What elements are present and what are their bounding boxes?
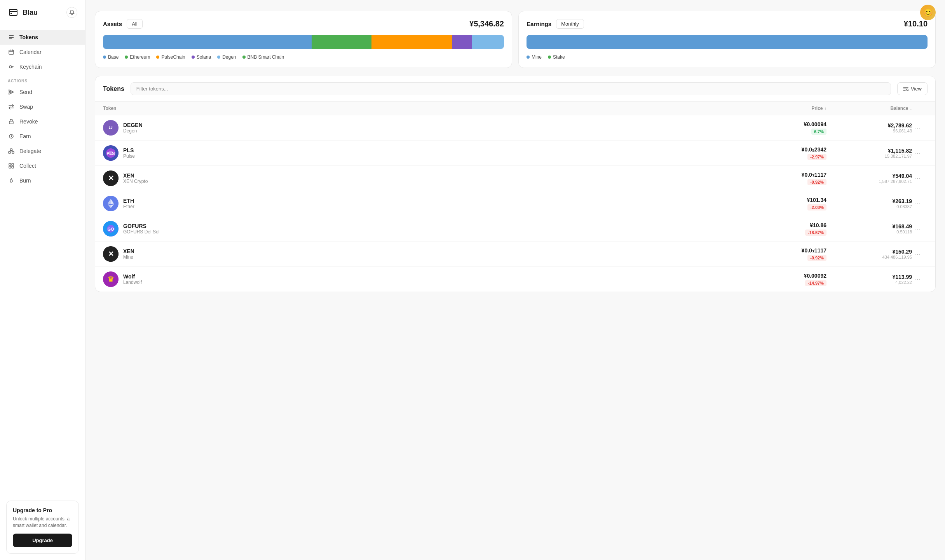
keychain-label: Keychain — [19, 64, 42, 70]
wolf-avatar: ♛ — [103, 271, 119, 287]
wolf-price: ¥0.00092 — [749, 273, 826, 279]
svg-rect-6 — [9, 50, 14, 54]
ethereum-segment — [312, 35, 372, 49]
sidebar-item-calendar[interactable]: Calendar — [0, 45, 85, 59]
wolf-change: -14.97% — [805, 280, 826, 286]
sidebar-item-keychain[interactable]: Keychain — [0, 59, 85, 74]
svg-rect-14 — [12, 151, 14, 153]
eth-balance-sub: 0.08387 — [826, 204, 912, 209]
view-button[interactable]: View — [897, 82, 928, 95]
mine-dot — [527, 56, 530, 59]
svg-rect-11 — [9, 121, 13, 124]
xen2-price: ¥0.0₇1117 — [749, 247, 826, 254]
gofurs-token-info: GO GOFURS GOFURS Del Sol — [103, 221, 749, 237]
sidebar-item-collect[interactable]: Collect — [0, 158, 85, 173]
svg-text:✕: ✕ — [108, 250, 114, 258]
tokens-section: Tokens View Token Price ↑ Balance ↓ — [95, 76, 936, 292]
bnb-dot — [242, 56, 246, 59]
gofurs-more-button[interactable]: ⋯ — [912, 223, 923, 234]
actions-section-label: ACTIONS — [0, 74, 85, 85]
sidebar-item-send[interactable]: Send — [0, 85, 85, 99]
view-icon — [903, 86, 908, 92]
sidebar-item-tokens[interactable]: Tokens — [0, 30, 85, 45]
pls-name: PLS — [123, 147, 135, 153]
upgrade-button[interactable]: Upgrade — [13, 534, 72, 547]
svg-text:♛: ♛ — [108, 275, 114, 283]
svg-rect-2 — [10, 13, 12, 14]
wolf-balance-cell: ¥113.99 4,022.22 — [826, 274, 912, 285]
wolf-sub: Landwolf — [123, 280, 142, 285]
sidebar-bottom: Upgrade to Pro Unlock multiple accounts,… — [0, 494, 85, 560]
assets-card-title: Assets — [103, 21, 122, 27]
earnings-card-header: Earnings Monthly ¥10.10 — [527, 19, 928, 29]
burn-label: Burn — [19, 177, 31, 184]
sidebar: Blau Tokens — [0, 0, 85, 560]
assets-filter-button[interactable]: All — [127, 19, 142, 29]
degen-more-button[interactable]: ⋯ — [912, 122, 923, 133]
base-label: Base — [108, 54, 119, 60]
solana-dot — [192, 56, 195, 59]
notification-bell[interactable] — [66, 7, 77, 18]
xen2-avatar: ✕ — [103, 246, 119, 262]
ethereum-label: Ethereum — [130, 54, 150, 60]
table-row: ETH Ether ¥101.34 -2.03% ¥263.19 0.08387… — [95, 191, 935, 216]
svg-rect-1 — [9, 11, 17, 12]
xen1-change: -0.92% — [807, 179, 826, 185]
sidebar-item-burn[interactable]: Burn — [0, 173, 85, 188]
svg-point-21 — [106, 123, 115, 132]
tokens-search-input[interactable] — [131, 82, 891, 95]
wolf-name: Wolf — [123, 273, 142, 280]
legend-bnb: BNB Smart Chain — [242, 54, 284, 60]
table-row: ✕ XEN XEN Crypto ¥0.0₇1117 -0.92% ¥549.0… — [95, 166, 935, 191]
earnings-card-title: Earnings — [527, 21, 551, 27]
table-row: ♛ Wolf Landwolf ¥0.00092 -14.97% ¥113.99… — [95, 267, 935, 292]
delegate-label: Delegate — [19, 148, 41, 154]
wolf-price-cell: ¥0.00092 -14.97% — [749, 273, 826, 286]
xen1-more-button[interactable]: ⋯ — [912, 173, 923, 184]
degen-change: 6.7% — [811, 129, 826, 135]
table-row: GO GOFURS GOFURS Del Sol ¥10.86 -18.57% … — [95, 216, 935, 242]
xen1-balance-sub: 1,587,287,902.71 — [826, 179, 912, 184]
swap-label: Swap — [19, 104, 33, 110]
upgrade-description: Unlock multiple accounts, a smart wallet… — [13, 516, 72, 529]
degen-balance: ¥2,789.62 — [826, 122, 912, 129]
degen-label: Degen — [222, 54, 236, 60]
xen2-token-info: ✕ XEN Mine — [103, 246, 749, 262]
xen1-price-cell: ¥0.0₇1117 -0.92% — [749, 172, 826, 185]
legend-mine: Mine — [527, 54, 542, 60]
sidebar-item-delegate[interactable]: Delegate — [0, 144, 85, 158]
earnings-filter-button[interactable]: Monthly — [556, 19, 584, 29]
eth-balance: ¥263.19 — [826, 198, 912, 204]
xen2-more-button[interactable]: ⋯ — [912, 249, 923, 259]
th-price[interactable]: Price ↑ — [749, 106, 826, 111]
th-balance[interactable]: Balance ↓ — [826, 106, 912, 111]
xen2-change: -0.92% — [807, 255, 826, 261]
sidebar-header: Blau — [0, 0, 85, 25]
wolf-balance: ¥113.99 — [826, 274, 912, 280]
xen2-sub: Mine — [123, 254, 134, 260]
svg-text:PLS: PLS — [106, 151, 115, 156]
svg-point-10 — [9, 66, 12, 68]
sidebar-item-swap[interactable]: Swap — [0, 99, 85, 114]
legend-ethereum: Ethereum — [125, 54, 150, 60]
sidebar-item-earn[interactable]: Earn — [0, 129, 85, 144]
table-row: ✕ XEN Mine ¥0.0₇1117 -0.92% ¥150.29 434,… — [95, 242, 935, 267]
base-dot — [103, 56, 106, 59]
bnb-label: BNB Smart Chain — [248, 54, 284, 60]
xen1-token-info: ✕ XEN XEN Crypto — [103, 170, 749, 186]
sidebar-item-revoke[interactable]: Revoke — [0, 114, 85, 129]
assets-title-area: Assets All — [103, 19, 143, 29]
user-avatar[interactable]: 😊 — [920, 5, 936, 20]
send-label: Send — [19, 89, 32, 95]
pls-more-button[interactable]: ⋯ — [912, 148, 923, 158]
keychain-icon — [8, 63, 15, 70]
degen-price-cell: ¥0.00094 6.7% — [749, 121, 826, 135]
wolf-more-button[interactable]: ⋯ — [912, 274, 923, 285]
table-row: DEGEN Degen ¥0.00094 6.7% ¥2,789.62 96,0… — [95, 115, 935, 141]
eth-more-button[interactable]: ⋯ — [912, 198, 923, 209]
svg-rect-17 — [12, 163, 14, 165]
xen1-balance: ¥549.04 — [826, 173, 912, 179]
tokens-label: Tokens — [19, 34, 38, 40]
gofurs-price: ¥10.86 — [749, 222, 826, 228]
logo-icon — [8, 7, 19, 18]
